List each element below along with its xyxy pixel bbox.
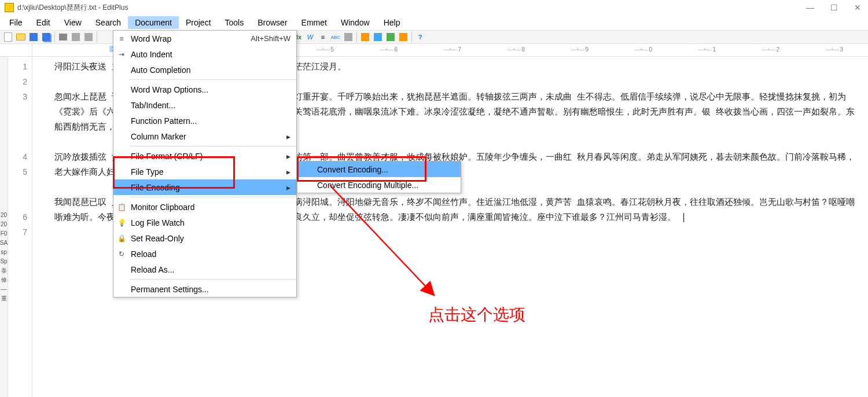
- menu-window[interactable]: Window: [334, 16, 377, 29]
- menuitem-reload-as[interactable]: Reload As...: [113, 262, 296, 277]
- lock-icon: 🔒: [113, 234, 130, 242]
- separator: [411, 32, 412, 42]
- sidebar-item[interactable]: sp: [1, 249, 7, 256]
- menuitem-permanent-settings[interactable]: Permanent Settings...: [113, 281, 296, 297]
- sidebar-item[interactable]: 20: [1, 221, 7, 228]
- menu-search[interactable]: Search: [89, 16, 128, 29]
- toolbar-button[interactable]: [83, 31, 94, 43]
- menuitem-function-pattern[interactable]: Function Pattern...: [113, 113, 296, 128]
- sidebar-item[interactable]: 修: [1, 277, 7, 284]
- separator: [130, 279, 296, 280]
- menu-help[interactable]: Help: [377, 16, 407, 29]
- clipboard-icon: 📋: [113, 203, 130, 211]
- new-file-button[interactable]: [2, 31, 14, 43]
- sidebar-item[interactable]: Sp: [0, 258, 7, 265]
- indent-button[interactable]: ≡: [317, 31, 329, 43]
- separator: [97, 32, 97, 42]
- toolbar-button[interactable]: [385, 31, 396, 43]
- separator: [130, 146, 296, 146]
- toolbar-button[interactable]: [359, 31, 371, 43]
- wrap-button[interactable]: W: [304, 31, 316, 43]
- sidebar-item[interactable]: 20: [1, 212, 7, 219]
- toolbar-button[interactable]: [398, 31, 409, 43]
- menuitem-tab-indent[interactable]: Tab/Indent...: [113, 97, 296, 113]
- maximize-button[interactable]: ☐: [828, 3, 840, 12]
- save-all-button[interactable]: [41, 31, 52, 43]
- chevron-right-icon: ▸: [281, 152, 296, 161]
- line-gutter: 1 2 3 4 5 6 7: [8, 57, 32, 397]
- print-preview-button[interactable]: [70, 31, 82, 43]
- reload-icon: ↻: [113, 250, 130, 258]
- save-button[interactable]: [28, 31, 39, 43]
- menu-emmet[interactable]: Emmet: [295, 16, 334, 29]
- menu-edit[interactable]: Edit: [30, 16, 57, 29]
- menu-document[interactable]: Document: [128, 16, 179, 29]
- separator: [356, 32, 357, 42]
- menubar: File Edit View Search Document Project T…: [0, 15, 868, 30]
- open-file-button[interactable]: [15, 31, 27, 43]
- menuitem-set-read-only[interactable]: 🔒 Set Read-Only: [113, 230, 296, 246]
- menuitem-monitor-clipboard[interactable]: 📋 Monitor Clipboard: [113, 199, 296, 215]
- menuitem-convert-encoding[interactable]: Convert Encoding...: [297, 161, 461, 177]
- spell-button[interactable]: ABC: [330, 31, 341, 43]
- menuitem-log-file-watch[interactable]: 💡 Log File Watch: [113, 215, 296, 230]
- wrap-icon: ≡: [113, 35, 130, 43]
- menu-tools[interactable]: Tools: [218, 16, 251, 29]
- sidebar-item[interactable]: F0: [1, 230, 8, 237]
- separator: [130, 79, 296, 80]
- menuitem-reload[interactable]: ↻ Reload: [113, 246, 296, 262]
- separator: [130, 197, 296, 197]
- separator: [54, 32, 55, 42]
- titlebar: d:\xjliu\Desktop\琵琶行.txt - EditPlus — ☐ …: [0, 0, 868, 15]
- sidebar-item[interactable]: 泰: [1, 267, 7, 274]
- document-dropdown: ≡ Word Wrap Alt+Shift+W ⇥ Auto Indent Au…: [113, 30, 297, 297]
- chevron-right-icon: ▸: [281, 183, 296, 192]
- menuitem-file-type[interactable]: File Type ▸: [113, 164, 296, 179]
- toolbar-button[interactable]: [372, 31, 384, 43]
- sidebar-item[interactable]: —: [1, 286, 7, 293]
- sidebar-item[interactable]: SA: [0, 240, 8, 247]
- bulb-icon: 💡: [113, 219, 130, 227]
- menuitem-word-wrap[interactable]: ≡ Word Wrap Alt+Shift+W: [113, 31, 296, 46]
- line-number: 4: [8, 149, 27, 164]
- minimize-button[interactable]: —: [804, 3, 816, 12]
- menu-file[interactable]: File: [2, 16, 30, 29]
- menu-browser[interactable]: Browser: [251, 16, 294, 29]
- help-button[interactable]: ?: [414, 31, 426, 43]
- chevron-right-icon: ▸: [281, 167, 296, 177]
- menuitem-word-wrap-options[interactable]: Word Wrap Options...: [113, 82, 296, 97]
- file-encoding-submenu: Convert Encoding... Convert Encoding Mul…: [297, 161, 461, 193]
- line-number: 1: [8, 59, 27, 74]
- sidebar: 20 20 F0 SA sp Sp 泰 修 — 重: [0, 57, 8, 397]
- line-number: 2: [8, 74, 27, 89]
- sidebar-item[interactable]: 重: [1, 295, 7, 302]
- line-number: 3: [8, 89, 27, 104]
- window-title: d:\xjliu\Desktop\琵琶行.txt - EditPlus: [17, 3, 804, 13]
- indent-icon: ⇥: [113, 50, 130, 58]
- line-number: 5: [8, 164, 27, 179]
- menuitem-file-format[interactable]: File Format (CR/LF) ▸: [113, 148, 296, 164]
- toolbar-button[interactable]: [343, 31, 354, 43]
- print-button[interactable]: [57, 31, 69, 43]
- menuitem-column-marker[interactable]: Column Marker ▸: [113, 128, 296, 144]
- menuitem-file-encoding[interactable]: File Encoding ▸: [113, 179, 296, 195]
- menuitem-convert-encoding-multiple[interactable]: Convert Encoding Multiple...: [297, 177, 461, 193]
- menu-view[interactable]: View: [57, 16, 89, 29]
- chevron-right-icon: ▸: [281, 132, 296, 141]
- app-icon: [5, 3, 14, 12]
- line-number: 6: [8, 209, 27, 225]
- menu-project[interactable]: Project: [179, 16, 218, 29]
- line-number: 7: [8, 225, 27, 240]
- menuitem-auto-indent[interactable]: ⇥ Auto Indent: [113, 46, 296, 62]
- menuitem-auto-completion[interactable]: Auto Completion: [113, 62, 296, 78]
- close-button[interactable]: ✕: [852, 3, 863, 12]
